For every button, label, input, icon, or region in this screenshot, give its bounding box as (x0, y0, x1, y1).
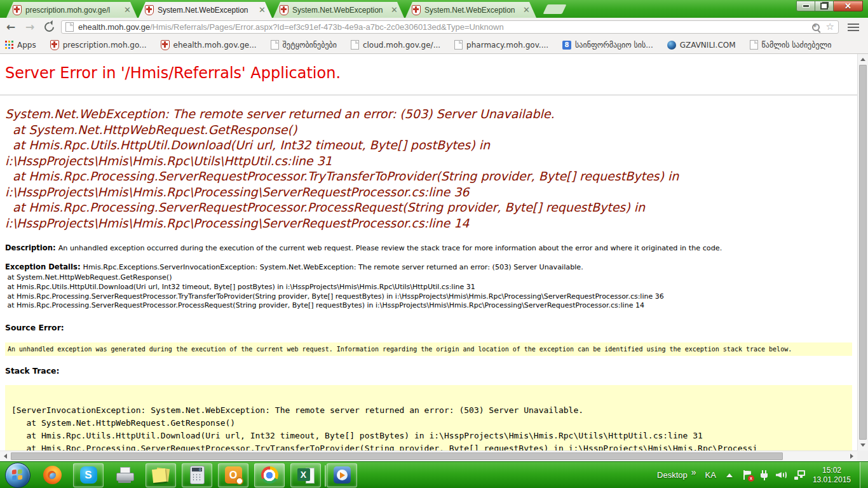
url-text[interactable]: ehealth.moh.gov.ge/Hmis/Referrals/Pages/… (78, 22, 812, 32)
taskbar-firefox-button[interactable] (37, 463, 67, 487)
bookmark-prescription[interactable]: prescription.moh.go... (50, 40, 147, 50)
desktop-toolbar-chevron[interactable]: » (691, 467, 696, 477)
georgia-emblem-favicon (145, 5, 154, 15)
horizontal-scroll-thumb[interactable] (11, 452, 783, 460)
taskbar-skype-button[interactable]: S (73, 463, 104, 487)
language-indicator[interactable]: KA (705, 470, 716, 480)
network-icon[interactable] (794, 470, 805, 480)
restore-icon (820, 3, 828, 10)
scroll-left-arrow[interactable] (4, 454, 7, 459)
bookmark-label: ehealth.moh.gov.ge... (173, 41, 257, 50)
bookmark-info-system[interactable]: 8 საინფორმაციო სის... (562, 41, 653, 50)
bookmark-label: საინფორმაციო სის... (575, 41, 653, 50)
back-button[interactable]: ← (3, 20, 19, 35)
calculator-icon: 0 (190, 466, 205, 484)
bookmark-label: pharmacy.moh.gov.... (466, 41, 548, 50)
exception-details-row: Exception Details:Hmis.Rpc.Exceptions.Se… (5, 262, 852, 271)
bookmark-notifications[interactable]: შეტყობინებები (271, 40, 337, 50)
new-tab-button[interactable] (543, 4, 567, 14)
exception-line: i:\HsspProjects\Hmis\Hmis.Rpc\Processing… (5, 215, 852, 231)
stack-line: at Hmis.Rpc.Processing.ServerRequestProc… (5, 301, 852, 311)
browser-titlebar: prescription.moh.gov.ge/l ✕ System.Net.W… (0, 0, 868, 18)
stack-trace-line: at Hmis.Rpc.Processing.ServerRequestProc… (11, 442, 846, 451)
taskbar-calculator-button[interactable]: 0 (182, 463, 212, 487)
bookmark-ehealth[interactable]: ehealth.moh.gov.ge... (161, 40, 257, 50)
exception-details-label: Exception Details: (5, 262, 81, 271)
scroll-up-arrow[interactable] (860, 58, 865, 61)
chrome-icon (261, 466, 278, 484)
tab-prescription[interactable]: prescription.moh.gov.ge/l ✕ (6, 2, 137, 18)
dark-globe-favicon (667, 41, 676, 50)
show-desktop-button[interactable] (860, 462, 868, 488)
horizontal-scrollbar[interactable] (0, 451, 857, 461)
tab-title: System.Net.WebException (158, 6, 254, 15)
forward-button[interactable]: → (22, 20, 38, 35)
scrollbar-corner (857, 451, 868, 461)
bookmark-gzavnili[interactable]: GZAVNILI.COM (667, 41, 736, 50)
printer-icon (115, 467, 134, 484)
excel-icon: X (297, 466, 315, 484)
clock[interactable]: 15:02 13.01.2015 (813, 466, 851, 485)
desktop-toolbar-label[interactable]: Desktop (657, 470, 688, 480)
page-favicon (271, 40, 279, 50)
start-button[interactable] (5, 463, 31, 488)
page-icon[interactable] (65, 22, 74, 32)
close-button[interactable]: ✕ (834, 1, 863, 11)
page-favicon (454, 40, 463, 50)
source-error-box: An unhandled exception was generated dur… (5, 342, 852, 356)
taskbar-excel-button[interactable]: X (290, 463, 321, 487)
sticky-notes-icon (153, 467, 169, 484)
bookmark-drug-search[interactable]: წამლის საძიებელი (750, 40, 832, 50)
address-bar[interactable]: ehealth.moh.gov.ge/Hmis/Referrals/Pages/… (61, 20, 839, 34)
bookmark-pharmacy[interactable]: pharmacy.moh.gov.... (454, 40, 548, 50)
tab-close-icon[interactable]: ✕ (123, 6, 132, 14)
reload-button[interactable] (41, 20, 57, 35)
vertical-scrollbar[interactable] (857, 54, 868, 451)
reload-icon (42, 20, 55, 34)
tab-webexception-active[interactable]: System.Net.WebException ✕ (139, 2, 272, 18)
taskbar-sticky-notes-button[interactable] (146, 463, 176, 487)
error-page: Server Error in '/Hmis/Referrals' Applic… (0, 54, 857, 451)
bookmark-label: წამლის საძიებელი (762, 41, 832, 50)
bookmark-star-icon[interactable]: ☆ (826, 22, 834, 32)
restore-button[interactable] (815, 1, 834, 11)
divider (0, 95, 857, 95)
tab-close-icon[interactable]: ✕ (257, 6, 267, 14)
apps-grid-icon[interactable] (5, 41, 13, 49)
description-label: Description: (5, 243, 56, 252)
scroll-right-arrow[interactable] (850, 454, 853, 459)
stack-trace-label: Stack Trace: (5, 366, 852, 376)
window-controls: ✕ (796, 1, 863, 11)
tab-close-icon[interactable]: ✕ (390, 6, 399, 14)
taskbar-chrome-button[interactable] (254, 463, 285, 487)
bookmark-label: prescription.moh.go... (63, 41, 147, 50)
stack-trace-box: [ServerInvocationException: System.Net.W… (5, 385, 852, 451)
page-favicon (750, 40, 758, 50)
zoom-icon[interactable] (812, 24, 820, 31)
exception-line: at Hmis.Rpc.Processing.ServerRequestProc… (5, 168, 852, 184)
vertical-scroll-thumb[interactable] (859, 65, 867, 440)
stack-trace-line: at Hmis.Rpc.Utils.HttpUtil.Download(Uri … (11, 430, 846, 442)
chrome-menu-button[interactable] (844, 20, 863, 35)
bookmark-cloud[interactable]: cloud.moh.gov.ge/... (351, 40, 440, 50)
tab-webexception-3[interactable]: System.Net.WebException ✕ (405, 2, 536, 18)
scroll-down-arrow[interactable] (860, 444, 865, 447)
volume-icon[interactable] (776, 470, 787, 480)
taskbar-printer-button[interactable] (109, 463, 140, 487)
description-text: An unhandled exception occurred during t… (58, 244, 722, 252)
georgia-emblem-favicon (13, 5, 22, 15)
firefox-icon (43, 466, 62, 484)
apps-label[interactable]: Apps (17, 41, 36, 50)
minimize-button[interactable] (796, 1, 815, 11)
tab-webexception-2[interactable]: System.Net.WebException ✕ (273, 2, 404, 18)
action-center-flag-icon[interactable]: x (743, 470, 752, 480)
taskbar-media-player-button[interactable] (327, 463, 357, 487)
exception-details-text: Hmis.Rpc.Exceptions.ServerInvocationExce… (83, 263, 583, 271)
remove-hardware-plug-icon[interactable] (760, 470, 768, 480)
tab-title: System.Net.WebException (292, 6, 386, 15)
taskbar-outlook-button[interactable]: O (218, 463, 248, 487)
description-row: Description:An unhandled exception occur… (5, 243, 852, 252)
blue-8-favicon: 8 (562, 41, 571, 50)
tab-close-icon[interactable]: ✕ (522, 6, 531, 14)
show-hidden-icons-arrow[interactable] (726, 473, 733, 477)
